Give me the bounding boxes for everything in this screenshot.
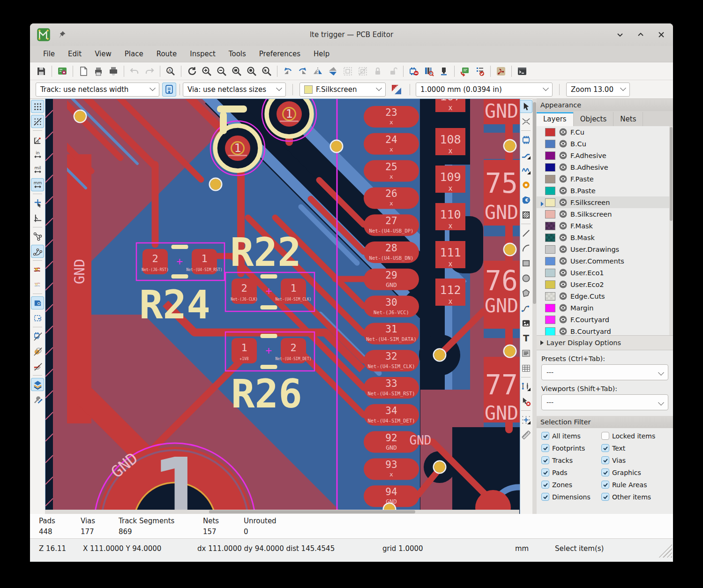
measure-button[interactable]	[519, 428, 532, 441]
sketch-tracks-button[interactable]	[31, 360, 44, 373]
layer-color-swatch[interactable]	[545, 304, 555, 312]
via-size-select[interactable]: Via: use netclass sizes	[183, 83, 286, 97]
crosshair-full-button[interactable]	[31, 211, 44, 225]
filter-dimensions[interactable]: Dimensions	[541, 493, 601, 501]
auto-track-width-button[interactable]	[162, 83, 176, 97]
layer-visibility-eye-icon[interactable]	[559, 245, 567, 253]
local-ratsnest-button[interactable]	[519, 115, 532, 128]
menu-route[interactable]: Route	[150, 47, 184, 60]
pcb-via[interactable]	[74, 110, 86, 122]
group-button[interactable]	[341, 64, 355, 78]
lock-button[interactable]	[371, 64, 385, 78]
checkbox-icon[interactable]	[541, 468, 549, 476]
layer-row-margin[interactable]: Margin	[537, 302, 673, 314]
layer-color-swatch[interactable]	[545, 163, 555, 172]
pcb-pad-30[interactable]: 30Net-(J6-VCC)	[364, 296, 419, 317]
pcb-pad-23[interactable]: 23x	[364, 106, 419, 128]
pcb-via[interactable]	[504, 345, 516, 357]
draw-polygon-button[interactable]	[519, 286, 532, 300]
presets-select[interactable]: ---	[541, 364, 668, 380]
pcb-pad-th[interactable]: 1	[210, 121, 265, 175]
place-footprint-button[interactable]	[519, 133, 532, 146]
route-tracks-button[interactable]	[519, 148, 532, 161]
flip-vertical-button[interactable]	[326, 64, 340, 78]
high-contrast-button[interactable]	[31, 378, 44, 391]
checkbox-icon[interactable]	[601, 468, 609, 476]
filter-text[interactable]: Text	[601, 444, 673, 452]
layer-color-swatch[interactable]	[545, 222, 555, 230]
layer-color-swatch[interactable]	[545, 316, 555, 324]
drc-button[interactable]	[473, 64, 487, 78]
pcb-pad-110[interactable]: 110x	[435, 203, 465, 230]
pcb-canvas[interactable]: 1GND112Net-(J6-RST)1Net-(U4-SIM_RST)R242…	[45, 98, 520, 515]
pcb-pad-109[interactable]: 109x	[435, 166, 465, 193]
checkbox-icon[interactable]	[601, 493, 609, 501]
unlock-button[interactable]	[386, 64, 400, 78]
checkbox-icon[interactable]	[541, 493, 549, 501]
zoom-in-button[interactable]	[200, 64, 214, 78]
layer-visibility-eye-icon[interactable]	[559, 292, 567, 300]
highlight-nets-button[interactable]	[31, 263, 44, 276]
tune-length-button[interactable]	[519, 163, 532, 176]
layer-row-b-paste[interactable]: B.Paste	[537, 185, 673, 196]
place-text-button[interactable]: T	[519, 332, 532, 345]
layer-color-swatch[interactable]	[545, 210, 555, 219]
layer-row-edge-cuts[interactable]: Edge.Cuts	[537, 290, 673, 302]
menu-place[interactable]: Place	[118, 47, 150, 60]
ratsnest-curved-button[interactable]	[31, 245, 44, 258]
pcb-via[interactable]	[209, 178, 222, 190]
layer-row-f-paste[interactable]: F.Paste	[537, 173, 673, 185]
layer-visibility-eye-icon[interactable]	[559, 187, 567, 195]
draw-arc-button[interactable]	[519, 241, 532, 255]
layer-color-swatch[interactable]	[545, 292, 555, 301]
print-button[interactable]	[91, 64, 105, 78]
plot-button[interactable]	[106, 64, 120, 78]
pcb-pad-111[interactable]: 111x	[435, 241, 465, 268]
layer-color-swatch[interactable]	[545, 198, 555, 207]
pcb-via[interactable]	[330, 140, 343, 152]
pcb-via[interactable]	[504, 243, 516, 256]
resize-grip[interactable]	[658, 543, 672, 558]
layer-row-b-silkscreen[interactable]: B.Silkscreen	[537, 208, 673, 220]
layer-color-swatch[interactable]	[545, 151, 555, 160]
pcb-via[interactable]	[504, 140, 516, 152]
draw-rectangle-button[interactable]	[519, 256, 532, 270]
filter-locked-items[interactable]: Locked items	[601, 432, 673, 440]
zoom-select[interactable]: Zoom 13.00	[566, 83, 630, 97]
sketch-pads-button[interactable]	[31, 345, 44, 358]
checkbox-icon[interactable]	[601, 481, 609, 489]
rule-area-button[interactable]	[519, 208, 532, 221]
layer-row-f-adhesive[interactable]: F.Adhesive	[537, 150, 673, 161]
router-settings-button[interactable]	[494, 64, 508, 78]
zoom-objects-button[interactable]	[245, 64, 259, 78]
pcb-pad-33[interactable]: 33Net-(U4-SIM_RST)	[364, 377, 419, 399]
checkbox-icon[interactable]	[541, 456, 549, 464]
pcb-pad-29[interactable]: 29GND	[364, 269, 419, 290]
layer-color-swatch[interactable]	[545, 245, 555, 254]
select-tool-button[interactable]	[519, 100, 532, 113]
filter-zones[interactable]: Zones	[541, 481, 601, 489]
redo-button[interactable]	[142, 64, 157, 78]
maximize-button[interactable]	[636, 30, 646, 40]
zoom-fit-button[interactable]	[230, 64, 244, 78]
save-button[interactable]	[34, 64, 48, 78]
layer-row-b-courtyard[interactable]: B.Courtyard	[537, 325, 673, 335]
text-box-button[interactable]	[519, 347, 532, 360]
layer-visibility-eye-icon[interactable]	[559, 316, 567, 324]
layer-visibility-eye-icon[interactable]	[559, 198, 567, 206]
place-table-button[interactable]	[519, 362, 532, 375]
layer-visibility-eye-icon[interactable]	[559, 257, 567, 265]
minimize-button[interactable]	[615, 30, 625, 40]
grid-origin-button[interactable]	[519, 413, 532, 426]
draw-line-button[interactable]	[519, 226, 532, 240]
layer-row-user-comments[interactable]: User.Comments	[537, 255, 673, 267]
layer-visibility-eye-icon[interactable]	[559, 210, 567, 218]
units-mm-button[interactable]: mm	[31, 178, 44, 191]
pcb-pad-108[interactable]: 108x	[435, 128, 465, 155]
tab-objects[interactable]: Objects	[574, 112, 614, 126]
filter-footprints[interactable]: Footprints	[541, 444, 601, 452]
pcb-pad-25[interactable]: 25x	[364, 160, 419, 182]
library-browser-button[interactable]	[422, 64, 436, 78]
layer-visibility-eye-icon[interactable]	[559, 269, 567, 277]
find-button[interactable]: A	[164, 64, 178, 78]
